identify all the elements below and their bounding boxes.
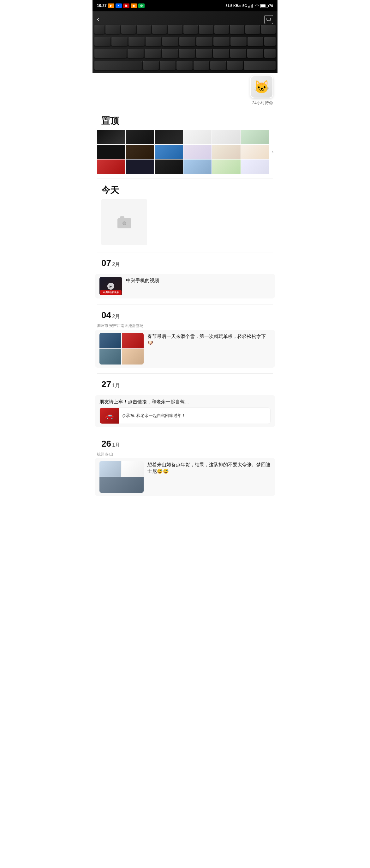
divider-4 bbox=[97, 304, 273, 305]
section-feb07: 07 2月 ▶ 40周年生日快乐 中兴手机的视频 bbox=[93, 254, 277, 302]
section-feb04: 04 2月 湖州市·安吉江南天池滑雪场 春节最后一天来滑个雪，第一次就玩单板，轻… bbox=[93, 306, 277, 371]
grid-thumb-16[interactable] bbox=[183, 159, 211, 174]
jan26-thumbnail bbox=[99, 461, 144, 493]
grid-thumb-9[interactable] bbox=[155, 145, 183, 159]
grid-thumb-10[interactable] bbox=[183, 145, 211, 159]
app-icon-3: 微 bbox=[123, 3, 129, 8]
status-right: 31.5 KB/s 5G 70 bbox=[226, 4, 273, 8]
grid-thumb-2[interactable] bbox=[126, 130, 154, 144]
grid-thumb-1[interactable] bbox=[97, 130, 125, 144]
svg-rect-1 bbox=[249, 6, 250, 8]
feed-item-feb07[interactable]: ▶ 40周年生日快乐 中兴手机的视频 bbox=[95, 274, 275, 299]
svg-rect-4 bbox=[267, 18, 271, 21]
avatar[interactable]: 🐱 bbox=[250, 75, 273, 98]
today-label: 今天 bbox=[97, 184, 119, 196]
network-type: 5G bbox=[242, 4, 247, 7]
today-placeholder[interactable] bbox=[101, 199, 147, 245]
feb04-text: 春节最后一天来滑个雪，第一次就玩单板，轻轻松松拿下🐶 bbox=[147, 333, 271, 365]
network-speed: 31.5 KB/s bbox=[226, 4, 241, 7]
photo-icon bbox=[117, 216, 131, 228]
jan26-text: 想着来山姆备点年货，结果，这队排的不要太夸张。梦回迪士尼😅😅 bbox=[147, 461, 271, 493]
grid-thumb-17[interactable] bbox=[212, 159, 240, 174]
grid-thumb-8[interactable] bbox=[126, 145, 154, 159]
video-thumbnail[interactable]: ▶ 40周年生日快乐 bbox=[99, 277, 122, 295]
section-jan27: 27 1月 朋友请上车！点击链接，和老余一起自驾… 🚗 余承东: 和老余一起自驾… bbox=[93, 376, 277, 431]
feb04-date: 04 2月 bbox=[97, 310, 143, 320]
svg-rect-0 bbox=[248, 6, 249, 7]
message-button[interactable] bbox=[264, 15, 273, 24]
feb04-title: 春节最后一天来滑个雪，第一次就玩单板，轻轻松松拿下🐶 bbox=[147, 333, 271, 346]
grid-thumb-18[interactable] bbox=[241, 159, 269, 174]
feed-title-feb07: 中兴手机的视频 bbox=[126, 277, 271, 284]
grid-thumb-11[interactable] bbox=[212, 145, 240, 159]
divider-1 bbox=[97, 109, 273, 109]
app-icon-1: ▶ bbox=[108, 3, 114, 8]
grid-thumb-5[interactable] bbox=[212, 130, 240, 144]
feed-item-jan27[interactable]: 朋友请上车！点击链接，和老余一起自驾… 🚗 余承东: 和老余一起自驾回家过年！ bbox=[95, 395, 275, 427]
jan26-location: 杭州市·山 bbox=[97, 452, 120, 457]
avatar-section: 🐱 24小时待命 bbox=[93, 73, 277, 107]
divider-5 bbox=[97, 373, 273, 374]
chat-icon bbox=[266, 18, 271, 22]
pinned-label: 置顶 bbox=[97, 115, 119, 127]
feed-item-feb04[interactable]: 春节最后一天来滑个雪，第一次就玩单板，轻轻松松拿下🐶 bbox=[95, 330, 275, 368]
time: 10:27 bbox=[97, 3, 107, 8]
feed-item-jan26[interactable]: 想着来山姆备点年货，结果，这队排的不要太夸张。梦回迪士尼😅😅 bbox=[95, 458, 275, 496]
pinned-arrow[interactable]: › bbox=[269, 149, 276, 155]
pinned-row: › bbox=[93, 130, 277, 174]
status-bar: 10:27 ▶ ✗ 微 ◉ 企 31.5 KB/s 5G 70 bbox=[93, 0, 277, 11]
divider-3 bbox=[97, 252, 273, 252]
jan27-text: 朋友请上车！点击链接，和老余一起自驾… bbox=[99, 398, 271, 405]
jan26-title: 想着来山姆备点年货，结果，这队排的不要太夸张。梦回迪士尼😅😅 bbox=[147, 461, 271, 474]
battery-level: 70 bbox=[269, 4, 273, 7]
link-card-thumb: 🚗 bbox=[100, 408, 119, 424]
jan27-date: 27 1月 bbox=[97, 379, 120, 390]
svg-rect-3 bbox=[251, 4, 253, 7]
battery-icon bbox=[261, 4, 268, 8]
app-icon-5: 企 bbox=[138, 3, 144, 8]
app-icon-4: ◉ bbox=[131, 3, 137, 8]
feb04-location: 湖州市·安吉江南天池滑雪场 bbox=[97, 323, 143, 329]
avatar-caption: 24小时待命 bbox=[252, 100, 273, 106]
wifi-icon bbox=[255, 4, 259, 7]
divider-6 bbox=[97, 433, 273, 433]
divider-2 bbox=[97, 178, 273, 179]
section-jan26: 26 1月 杭州市·山 想着来山姆备点年货，结果，这队排的不要太夸张。梦回迪士尼… bbox=[93, 435, 277, 500]
hero-image: ‹ bbox=[93, 11, 277, 73]
feed-text-feb07: 中兴手机的视频 bbox=[126, 277, 271, 284]
grid-thumb-3[interactable] bbox=[155, 130, 183, 144]
signal-icon bbox=[248, 4, 254, 7]
grid-thumb-6[interactable] bbox=[241, 130, 269, 144]
link-card-jan27[interactable]: 🚗 余承东: 和老余一起自驾回家过年！ bbox=[99, 407, 271, 424]
feb07-date: 07 2月 bbox=[97, 258, 120, 268]
back-button[interactable]: ‹ bbox=[97, 15, 99, 23]
status-left: 10:27 ▶ ✗ 微 ◉ 企 bbox=[97, 3, 144, 8]
section-pinned: 置顶 › bbox=[93, 111, 277, 176]
grid-thumb-14[interactable] bbox=[126, 159, 154, 174]
link-card-text: 余承东: 和老余一起自驾回家过年！ bbox=[119, 411, 189, 421]
grid-thumb-7[interactable] bbox=[97, 145, 125, 159]
feb04-thumbnail bbox=[99, 333, 144, 365]
pinned-grid[interactable] bbox=[97, 130, 269, 174]
section-today: 今天 bbox=[93, 180, 277, 250]
grid-thumb-13[interactable] bbox=[97, 159, 125, 174]
grid-thumb-4[interactable] bbox=[183, 130, 211, 144]
jan26-date: 26 1月 bbox=[97, 439, 120, 449]
grid-thumb-12[interactable] bbox=[241, 145, 269, 159]
grid-thumb-15[interactable] bbox=[155, 159, 183, 174]
app-icon-2: ✗ bbox=[115, 3, 122, 8]
svg-rect-2 bbox=[251, 5, 251, 7]
play-button[interactable]: ▶ bbox=[107, 283, 114, 290]
